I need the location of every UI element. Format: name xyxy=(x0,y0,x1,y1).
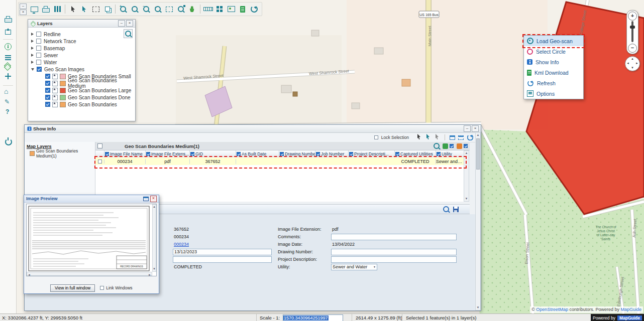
grid-option-checkbox[interactable] xyxy=(450,144,454,148)
save-icon[interactable] xyxy=(453,207,459,212)
field-extra-input[interactable] xyxy=(173,256,272,263)
layer-checkbox[interactable] xyxy=(36,53,41,58)
menu-item-options[interactable]: Options xyxy=(524,88,583,99)
grid-option-checkbox-2[interactable] xyxy=(464,144,468,148)
open-new-window-icon[interactable] xyxy=(458,135,464,140)
show-info-minimize-button[interactable]: – xyxy=(464,125,471,132)
menu-item-kml-download[interactable]: Kml Download xyxy=(524,67,583,78)
pan-pad[interactable]: ▲ ▼ ◄ ► xyxy=(625,56,640,71)
layer-row-redline[interactable]: Redline xyxy=(31,31,135,38)
select-rectangle-icon[interactable] xyxy=(90,4,101,15)
layer-checkbox[interactable] xyxy=(36,46,41,51)
print-icon[interactable] xyxy=(5,16,12,23)
measure-icon[interactable] xyxy=(202,4,213,15)
scrollbar-thumb[interactable] xyxy=(476,138,480,170)
details-zoom-icon[interactable] xyxy=(443,206,449,212)
close-button[interactable]: × xyxy=(20,10,27,15)
select-freehand-icon[interactable] xyxy=(79,4,90,15)
zoom-selection-icon[interactable] xyxy=(164,4,175,15)
column-header[interactable]: GID xyxy=(190,150,236,157)
column-header[interactable]: Image File Extens... xyxy=(146,150,190,157)
minimize-button[interactable]: – xyxy=(20,4,27,9)
pan-hand-icon[interactable] xyxy=(187,4,198,15)
zoom-slider-handle[interactable] xyxy=(630,26,635,29)
scale-input[interactable]: 1570.3430964251997 xyxy=(283,314,343,321)
powered-by-badge[interactable]: Powered by MapGuide xyxy=(591,314,644,321)
refresh-results-icon[interactable] xyxy=(467,134,474,141)
osm-link[interactable]: OpenStreetMap xyxy=(536,307,568,312)
layer-checkbox[interactable] xyxy=(45,74,50,79)
menu-item-load-geo-scan[interactable]: Load Geo-scan xyxy=(524,36,583,46)
print-map-icon[interactable] xyxy=(40,4,51,15)
zoom-extent-icon[interactable] xyxy=(175,4,186,15)
zoom-rectangle-icon[interactable] xyxy=(129,4,140,15)
preview-hscrollbar[interactable]: ◄ ► xyxy=(27,272,152,276)
drawing-number-input[interactable] xyxy=(331,249,457,255)
layers-minimize-button[interactable]: – xyxy=(118,20,125,27)
layer-row-gsb-large[interactable]: Geo Scan Boundaries Large xyxy=(31,87,135,94)
screen-capture-icon[interactable] xyxy=(29,4,40,15)
export-grid-icon[interactable] xyxy=(443,143,448,149)
select-tool-icon[interactable] xyxy=(416,134,422,141)
layer-row-sewer[interactable]: Sewer xyxy=(31,52,135,59)
row-checkbox[interactable] xyxy=(98,159,102,164)
refresh-map-icon[interactable] xyxy=(249,4,260,15)
column-header[interactable]: Image File Name xyxy=(104,150,146,157)
menu-item-refresh[interactable]: Refresh xyxy=(524,78,583,88)
legend-list-icon[interactable] xyxy=(5,55,11,60)
layer-checkbox[interactable] xyxy=(36,60,41,65)
layer-row-network-trace[interactable]: Network Trace xyxy=(31,38,135,45)
scroll-up-icon[interactable]: ▲ xyxy=(476,133,480,137)
zoom-out-button[interactable]: − xyxy=(628,44,637,53)
layer-checkbox[interactable] xyxy=(45,102,50,107)
image-preview-content[interactable]: RECORD DRAWINGS ▲ ▼ ◄ ► xyxy=(26,204,157,276)
expander-icon[interactable] xyxy=(31,61,34,64)
preview-vscrollbar[interactable]: ▲ ▼ xyxy=(152,204,156,272)
layers-close-button[interactable]: × xyxy=(126,20,133,27)
help-icon[interactable]: ? xyxy=(6,108,9,115)
column-header[interactable]: Drawing Number xyxy=(279,150,315,157)
preview-close-button[interactable]: × xyxy=(150,196,157,202)
overview-map-icon[interactable] xyxy=(226,4,237,15)
show-info-scrollbar[interactable]: ▲ ▼ xyxy=(475,132,481,310)
layers-icon[interactable] xyxy=(5,63,11,69)
column-header[interactable]: Project Descripti... xyxy=(349,150,395,157)
menu-item-select-circle[interactable]: Select Circle xyxy=(524,46,583,57)
mapguide-link[interactable]: MapGuide xyxy=(620,307,641,312)
map-layers-item[interactable]: Geo Scan Boundaries Medium(1) xyxy=(25,150,95,156)
tile-view-icon[interactable] xyxy=(214,4,225,15)
apps-grid-icon[interactable] xyxy=(5,6,10,12)
field-as-built-date-input[interactable]: 13/12/2023 xyxy=(173,249,272,255)
home-icon[interactable]: ⌂ xyxy=(4,87,8,95)
add-layer-icon[interactable] xyxy=(5,73,11,79)
draw-edit-icon[interactable]: ✎ xyxy=(5,98,10,105)
layer-row-gsb[interactable]: Geo Scan Boundaries xyxy=(31,101,135,108)
report-grid-icon[interactable] xyxy=(457,143,462,149)
table-row[interactable]: 000234 pdf 367652 COMPLETED Sewer and Wa… xyxy=(95,157,464,165)
layer-row-water[interactable]: Water xyxy=(31,59,135,66)
field-image-file-link[interactable]: 000234 xyxy=(173,241,273,248)
utility-select[interactable]: Sewer and Water ▼ xyxy=(331,264,377,270)
power-icon[interactable] xyxy=(5,138,12,145)
column-header[interactable]: Job Number xyxy=(315,150,349,157)
scroll-down-icon[interactable]: ▼ xyxy=(476,305,480,310)
scroll-up-icon[interactable]: ▲ xyxy=(464,151,469,155)
layer-row-basemap[interactable]: Basemap xyxy=(31,45,135,52)
layer-checkbox[interactable] xyxy=(45,95,50,100)
layer-row-gsb-medium[interactable]: Geo Scan Boundaries Medium xyxy=(31,80,135,87)
layer-checkbox[interactable] xyxy=(45,88,50,93)
zoom-to-feature-icon[interactable] xyxy=(434,143,440,149)
dock-panel-icon[interactable] xyxy=(450,135,455,140)
select-add-icon[interactable] xyxy=(425,134,431,141)
grid-scrollbar[interactable]: ▲ ▼ xyxy=(464,150,469,202)
layer-checkbox[interactable] xyxy=(37,67,42,72)
info-icon[interactable] xyxy=(5,43,12,50)
column-header[interactable]: As Built Date xyxy=(236,150,279,157)
share-export-icon[interactable] xyxy=(5,27,11,35)
zoom-out-icon[interactable]: − xyxy=(141,4,152,15)
scroll-down-icon[interactable]: ▼ xyxy=(464,197,469,201)
menu-item-show-info[interactable]: Show Info xyxy=(524,57,583,67)
select-clear-icon[interactable] xyxy=(434,134,440,141)
comments-input[interactable] xyxy=(331,234,457,240)
zoom-previous-icon[interactable]: ◄ xyxy=(152,4,163,15)
